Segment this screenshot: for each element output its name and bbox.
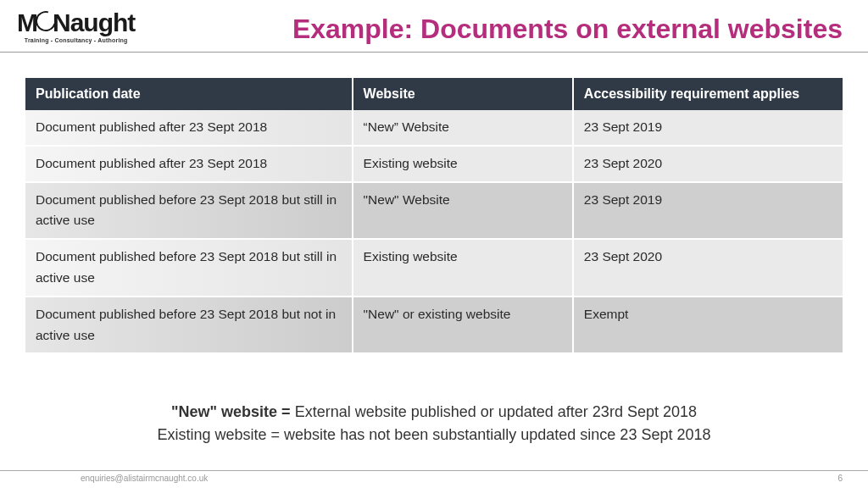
definition-existing: Existing website = website has not been … <box>25 424 843 446</box>
logo: M Naught Training - Consultancy - Author… <box>17 10 135 43</box>
col-publication-date: Publication date <box>25 78 353 110</box>
table-header-row: Publication date Website Accessibility r… <box>25 78 843 110</box>
table-cell: "New" Website <box>353 182 573 240</box>
footer: enquiries@alistairmcnaught.co.uk 6 <box>0 470 868 483</box>
logo-tagline: Training - Consultancy - Authoring <box>25 37 128 43</box>
table-cell: 23 Sept 2019 <box>573 110 843 146</box>
col-website: Website <box>353 78 573 110</box>
table-row: Document published after 23 Sept 2018“Ne… <box>25 110 843 146</box>
table-cell: Document published before 23 Sept 2018 b… <box>25 297 353 354</box>
footer-email: enquiries@alistairmcnaught.co.uk <box>81 474 208 483</box>
content: Publication date Website Accessibility r… <box>0 53 868 446</box>
table-row: Document published before 23 Sept 2018 b… <box>25 239 843 297</box>
definitions: "New" website = External website publish… <box>25 401 843 446</box>
table-cell: 23 Sept 2020 <box>573 239 843 297</box>
table-row: Document published before 23 Sept 2018 b… <box>25 297 843 354</box>
accessibility-table: Publication date Website Accessibility r… <box>25 78 843 354</box>
logo-wordmark: M Naught <box>17 10 135 36</box>
logo-letter-rest: Naught <box>53 10 135 36</box>
table-cell: Document published after 23 Sept 2018 <box>25 110 353 146</box>
table-cell: Document published before 23 Sept 2018 b… <box>25 239 353 297</box>
table-cell: 23 Sept 2019 <box>573 182 843 240</box>
header: M Naught Training - Consultancy - Author… <box>0 0 868 53</box>
table-row: Document published after 23 Sept 2018Exi… <box>25 146 843 182</box>
logo-letter-m: M <box>17 10 37 36</box>
definition-new-text: External website published or updated af… <box>295 403 697 420</box>
table-row: Document published before 23 Sept 2018 b… <box>25 182 843 240</box>
table-cell: Existing website <box>353 239 573 297</box>
definition-new-label: "New" website = <box>171 403 295 420</box>
table-cell: Document published after 23 Sept 2018 <box>25 146 353 182</box>
table-cell: Document published before 23 Sept 2018 b… <box>25 182 353 240</box>
definition-new: "New" website = External website publish… <box>25 401 843 424</box>
table-cell: 23 Sept 2020 <box>573 146 843 182</box>
table-cell: Exempt <box>573 297 843 354</box>
footer-page-number: 6 <box>837 474 843 483</box>
slide-title: Example: Documents on external websites <box>152 10 851 45</box>
table-cell: Existing website <box>353 146 573 182</box>
table-cell: “New” Website <box>353 110 573 146</box>
col-accessibility-requirement: Accessibility requirement applies <box>573 78 843 110</box>
table-cell: "New" or existing website <box>353 297 573 354</box>
